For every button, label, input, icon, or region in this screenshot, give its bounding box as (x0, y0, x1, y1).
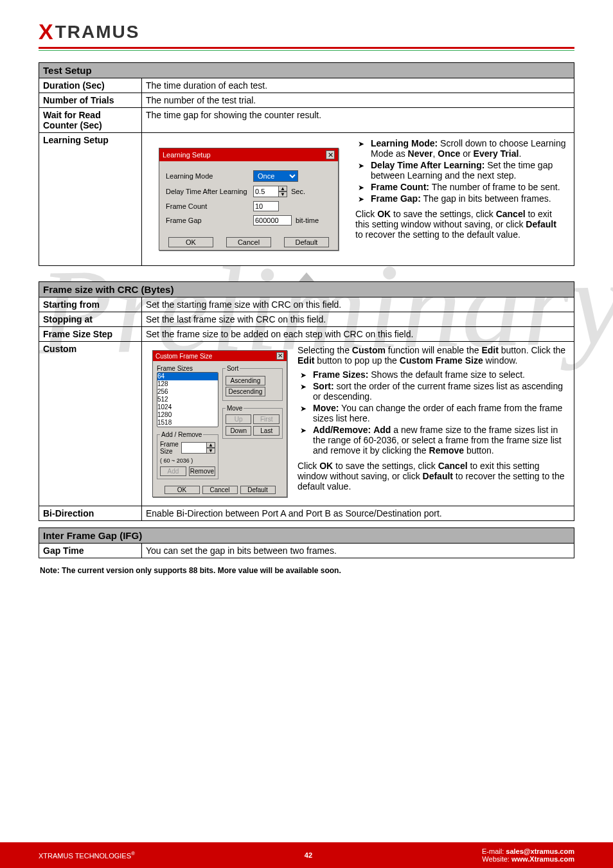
cfs-move-legend: Move (226, 405, 244, 412)
custom-bullet-framesizes: Frame Sizes: Shows the default frame siz… (299, 369, 566, 380)
brand-rest: TRAMUS (55, 22, 140, 42)
spinner-up-icon[interactable]: ▲ (206, 442, 215, 448)
starting-from-label: Starting from (39, 297, 142, 312)
spinner-up-icon[interactable]: ▲ (278, 186, 287, 191)
learning-delay-label: Delay Time After Learning (166, 188, 249, 195)
cfs-addrm-range: ( 60 ~ 2036 ) (160, 457, 215, 464)
custom-label: Custom (39, 342, 142, 506)
brand-divider-green (39, 50, 574, 51)
cfs-addrm-label: Frame Size (160, 441, 179, 455)
waitread-label: Wait for Read Counter (Sec) (39, 108, 142, 133)
spinner-down-icon[interactable]: ▼ (206, 448, 215, 454)
cfs-addrm-legend: Add / Remove (160, 431, 203, 438)
custom-bullet-sort: Sort: sort the order of the current fram… (299, 381, 566, 402)
custom-frame-size-dialog: Custom Frame Size ✕ Frame Sizes 64 128 2 (152, 350, 287, 497)
page-footer: XTRAMUS TECHNOLOGIES® 42 E-mail: sales@x… (0, 842, 613, 868)
learning-bullet-count: Frame Count: The number of frame to be s… (357, 182, 566, 192)
spinner-down-icon[interactable]: ▼ (278, 191, 287, 197)
footer-left: XTRAMUS TECHNOLOGIES® (39, 851, 135, 860)
brand-x: X (39, 19, 55, 44)
cfs-sizes-list[interactable]: 64 128 256 512 1024 1280 1518 (157, 372, 218, 427)
gap-time-label: Gap Time (39, 544, 142, 558)
cfs-default-button[interactable]: Default (240, 486, 276, 494)
footer-right: E-mail: sales@xtramus.com Website: www.X… (482, 847, 574, 863)
custom-footer-text: Click OK to save the settings, click Can… (298, 461, 566, 492)
learning-bullet-delay: Delay Time After Learning: Set the time … (357, 160, 566, 181)
frame-size-step-label: Frame Size Step (39, 327, 142, 342)
cfs-cancel-button[interactable]: Cancel (202, 486, 238, 494)
stopping-at-label: Stopping at (39, 312, 142, 327)
custom-intro-text: Selecting the Custom function will enabl… (298, 345, 566, 366)
waitread-desc: The time gap for showing the counter res… (142, 108, 574, 133)
learning-bullet-gap: Frame Gap: The gap in bits between frame… (357, 193, 566, 204)
cfs-sort-legend: Sort (226, 365, 240, 372)
frame-gap-input[interactable] (253, 215, 292, 226)
learning-delay-unit: Sec. (291, 188, 305, 195)
frame-gap-unit: bit-time (296, 217, 319, 224)
frame-count-label: Frame Count (166, 202, 249, 210)
custom-bullet-addremove: Add/Remove: Add a new frame size to the … (299, 425, 566, 456)
frame-count-input[interactable] (253, 201, 279, 211)
cfs-remove-button[interactable]: Remove (189, 466, 215, 476)
cfs-sizes-label: Frame Sizes (157, 365, 218, 372)
cfs-down-button[interactable]: Down (226, 426, 252, 436)
learning-dialog-title: Learning Setup (163, 151, 211, 159)
learning-cancel-button[interactable]: Cancel (226, 237, 271, 247)
bidirection-desc: Enable Bi-Direction between Port A and P… (142, 506, 574, 521)
starting-from-desc: Set the starting frame size with CRC on … (142, 297, 574, 312)
section-divider-arrow-icon (299, 272, 314, 281)
cfs-first-button[interactable]: First (253, 414, 280, 424)
frame-size-table: Frame size with CRC (Bytes) Starting fro… (39, 281, 574, 521)
bidirection-label: Bi-Direction (39, 506, 142, 521)
ifg-note: Note: The current version only supports … (39, 565, 574, 575)
cfs-ascending-button[interactable]: Ascending (226, 376, 265, 385)
learning-mode-select[interactable]: Once (253, 170, 298, 182)
trials-desc: The number of the test trial. (142, 93, 574, 108)
close-icon[interactable]: ✕ (276, 352, 284, 360)
custom-bullet-move: Move: You can change the order of each f… (299, 403, 566, 423)
learning-setup-dialog: Learning Setup ✕ Learning Mode Once (159, 148, 339, 251)
cfs-addrm-input[interactable] (181, 442, 207, 454)
stopping-at-desc: Set the last frame size with CRC on this… (142, 312, 574, 327)
learning-delay-input[interactable] (253, 186, 279, 197)
test-setup-table: Test Setup Duration (Sec) The time durat… (39, 62, 574, 266)
cfs-up-button[interactable]: Up (226, 414, 252, 424)
learning-footer-text: Click OK to save the settings, click Can… (355, 209, 566, 240)
duration-label: Duration (Sec) (39, 78, 142, 93)
learning-label: Learning Setup (39, 133, 142, 266)
cfs-descending-button[interactable]: Descending (226, 387, 265, 396)
footer-page-number: 42 (305, 851, 312, 859)
duration-desc: The time duration of each test. (142, 78, 574, 93)
cfs-add-button[interactable]: Add (160, 466, 186, 476)
cfs-last-button[interactable]: Last (253, 426, 280, 436)
learning-mode-label: Learning Mode (166, 172, 249, 180)
ifg-table: Inter Frame Gap (IFG) Gap Time You can s… (39, 527, 574, 558)
learning-bullet-mode: Learning Mode: Scroll down to choose Lea… (357, 138, 566, 159)
brand-divider-red (39, 47, 574, 49)
gap-time-desc: You can set the gap in bits between two … (142, 544, 574, 558)
trials-label: Number of Trials (39, 93, 142, 108)
cfs-title: Custom Frame Size (155, 353, 212, 360)
learning-default-button[interactable]: Default (284, 237, 329, 247)
learning-ok-button[interactable]: OK (168, 237, 213, 247)
test-setup-header: Test Setup (39, 63, 574, 78)
close-icon[interactable]: ✕ (326, 150, 335, 159)
frame-size-step-desc: Set the frame size to be added on each s… (142, 327, 574, 342)
cfs-ok-button[interactable]: OK (164, 486, 200, 494)
frame-gap-label: Frame Gap (166, 217, 249, 224)
frame-size-header: Frame size with CRC (Bytes) (39, 282, 574, 297)
ifg-header: Inter Frame Gap (IFG) (39, 528, 574, 544)
brand-logo: XTRAMUS (39, 19, 574, 44)
